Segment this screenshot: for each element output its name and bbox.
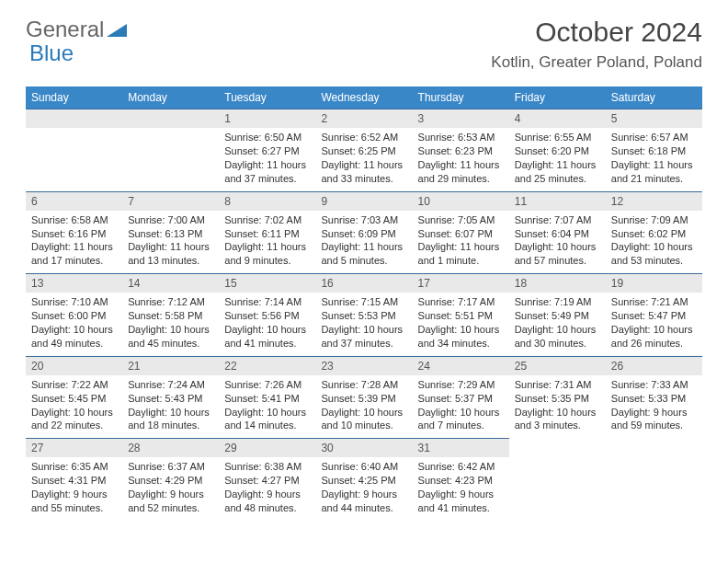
day-cell: 4Sunrise: 6:55 AMSunset: 6:20 PMDaylight…: [509, 109, 606, 191]
day-body: Sunrise: 7:07 AMSunset: 6:04 PMDaylight:…: [509, 211, 606, 273]
sunrise-text: Sunrise: 6:53 AM: [418, 131, 504, 144]
day-body: Sunrise: 7:09 AMSunset: 6:02 PMDaylight:…: [606, 211, 702, 273]
day-number: 31: [413, 439, 509, 457]
day-body: Sunrise: 7:17 AMSunset: 5:51 PMDaylight:…: [413, 293, 509, 355]
sunset-text: Sunset: 5:43 PM: [128, 392, 213, 406]
sunrise-text: Sunrise: 7:15 AM: [321, 295, 406, 309]
day-body: Sunrise: 7:12 AMSunset: 5:58 PMDaylight:…: [122, 293, 219, 355]
sunset-text: Sunset: 5:53 PM: [321, 309, 406, 323]
day-body: Sunrise: 6:38 AMSunset: 4:27 PMDaylight:…: [219, 457, 315, 520]
day-number: 30: [315, 439, 412, 457]
daylight-text: Daylight: 10 hours and 14 minutes.: [224, 406, 310, 433]
day-cell: 25Sunrise: 7:31 AMSunset: 5:35 PMDayligh…: [509, 356, 606, 439]
day-number: 27: [26, 439, 122, 457]
logo-text-2: Blue: [29, 40, 74, 66]
sunset-text: Sunset: 6:23 PM: [418, 144, 504, 158]
day-number: 6: [26, 192, 122, 211]
sunrise-text: Sunrise: 7:02 AM: [224, 213, 310, 227]
day-number: 11: [509, 192, 606, 211]
day-number: 9: [315, 192, 412, 211]
sunset-text: Sunset: 5:56 PM: [224, 309, 310, 323]
sunrise-text: Sunrise: 7:00 AM: [128, 213, 213, 227]
day-cell: 5Sunrise: 6:57 AMSunset: 6:18 PMDaylight…: [606, 109, 702, 191]
day-body: Sunrise: 6:40 AMSunset: 4:25 PMDaylight:…: [315, 457, 412, 520]
sunrise-text: Sunrise: 6:35 AM: [31, 460, 117, 474]
sunset-text: Sunset: 5:51 PM: [418, 309, 504, 323]
sunset-text: Sunset: 5:58 PM: [128, 309, 213, 323]
sunset-text: Sunset: 4:29 PM: [128, 474, 213, 488]
daylight-text: Daylight: 10 hours and 34 minutes.: [418, 323, 504, 350]
sunset-text: Sunset: 4:25 PM: [321, 474, 406, 488]
sunrise-text: Sunrise: 6:42 AM: [418, 460, 504, 474]
day-body: Sunrise: 7:22 AMSunset: 5:45 PMDaylight:…: [26, 375, 122, 438]
week-row: 20Sunrise: 7:22 AMSunset: 5:45 PMDayligh…: [26, 356, 702, 439]
daylight-text: Daylight: 9 hours and 59 minutes.: [611, 406, 697, 433]
dow-header-monday: Monday: [122, 86, 219, 109]
day-cell: 12Sunrise: 7:09 AMSunset: 6:02 PMDayligh…: [606, 191, 702, 274]
sunrise-text: Sunrise: 6:37 AM: [128, 460, 213, 474]
day-cell: 28Sunrise: 6:37 AMSunset: 4:29 PMDayligh…: [122, 438, 219, 521]
day-body: Sunrise: 6:52 AMSunset: 6:25 PMDaylight:…: [315, 128, 412, 190]
day-body: Sunrise: 7:02 AMSunset: 6:11 PMDaylight:…: [219, 211, 315, 273]
sunrise-text: Sunrise: 7:17 AM: [418, 295, 504, 309]
day-number: 25: [509, 357, 606, 375]
location: Kotlin, Greater Poland, Poland: [491, 53, 702, 72]
sunset-text: Sunset: 6:25 PM: [321, 144, 406, 158]
day-number: 8: [219, 192, 315, 211]
day-body: Sunrise: 6:50 AMSunset: 6:27 PMDaylight:…: [219, 128, 315, 190]
sunset-text: Sunset: 6:20 PM: [515, 144, 600, 158]
day-body: Sunrise: 7:29 AMSunset: 5:37 PMDaylight:…: [413, 375, 509, 438]
day-number: 13: [26, 274, 122, 293]
dow-header-thursday: Thursday: [413, 86, 509, 109]
day-number: 20: [26, 357, 122, 375]
logo-text-1: General: [26, 17, 104, 42]
dow-header-sunday: Sunday: [26, 86, 122, 109]
sunset-text: Sunset: 6:09 PM: [321, 227, 406, 241]
day-body: Sunrise: 7:03 AMSunset: 6:09 PMDaylight:…: [315, 211, 412, 273]
sunrise-text: Sunrise: 7:24 AM: [128, 378, 213, 392]
sunset-text: Sunset: 5:39 PM: [321, 392, 406, 406]
day-cell: 10Sunrise: 7:05 AMSunset: 6:07 PMDayligh…: [413, 191, 509, 274]
sunset-text: Sunset: 6:18 PM: [611, 144, 697, 158]
day-body: Sunrise: 7:28 AMSunset: 5:39 PMDaylight:…: [315, 375, 412, 438]
day-cell: 20Sunrise: 7:22 AMSunset: 5:45 PMDayligh…: [26, 356, 122, 439]
sunrise-text: Sunrise: 7:05 AM: [418, 213, 504, 227]
sunset-text: Sunset: 5:33 PM: [611, 392, 697, 406]
day-cell: [606, 438, 702, 521]
daylight-text: Daylight: 10 hours and 26 minutes.: [611, 323, 697, 350]
dow-header-tuesday: Tuesday: [219, 86, 315, 109]
daylight-text: Daylight: 11 hours and 5 minutes.: [321, 240, 406, 268]
day-number: [26, 109, 122, 128]
sunrise-text: Sunrise: 6:55 AM: [515, 131, 600, 144]
sunrise-text: Sunrise: 7:26 AM: [224, 378, 310, 392]
day-number: 24: [413, 357, 509, 375]
day-cell: 29Sunrise: 6:38 AMSunset: 4:27 PMDayligh…: [219, 438, 315, 521]
daylight-text: Daylight: 9 hours and 44 minutes.: [321, 488, 406, 515]
day-cell: 6Sunrise: 6:58 AMSunset: 6:16 PMDaylight…: [26, 191, 122, 274]
day-number: [122, 109, 219, 128]
day-number: 15: [219, 274, 315, 293]
day-cell: 18Sunrise: 7:19 AMSunset: 5:49 PMDayligh…: [509, 273, 606, 356]
daylight-text: Daylight: 11 hours and 33 minutes.: [321, 158, 406, 186]
day-cell: 30Sunrise: 6:40 AMSunset: 4:25 PMDayligh…: [315, 438, 412, 521]
daylight-text: Daylight: 10 hours and 41 minutes.: [224, 323, 310, 350]
daylight-text: Daylight: 9 hours and 55 minutes.: [31, 488, 117, 515]
day-number: 21: [122, 357, 219, 375]
title-block: October 2024 Kotlin, Greater Poland, Pol…: [491, 17, 702, 72]
svg-marker-0: [107, 24, 127, 37]
logo-triangle-icon: [107, 17, 127, 42]
daylight-text: Daylight: 10 hours and 22 minutes.: [31, 406, 117, 433]
day-cell: 8Sunrise: 7:02 AMSunset: 6:11 PMDaylight…: [219, 191, 315, 274]
day-number: 18: [509, 274, 606, 293]
day-number: 22: [219, 357, 315, 375]
day-number: 1: [219, 109, 315, 128]
sunset-text: Sunset: 5:49 PM: [515, 309, 600, 323]
dow-header-wednesday: Wednesday: [315, 86, 412, 109]
day-body: Sunrise: 7:33 AMSunset: 5:33 PMDaylight:…: [606, 375, 702, 438]
daylight-text: Daylight: 9 hours and 41 minutes.: [418, 488, 504, 515]
sunrise-text: Sunrise: 6:52 AM: [321, 131, 406, 144]
day-body: Sunrise: 7:24 AMSunset: 5:43 PMDaylight:…: [122, 375, 219, 438]
day-number: 10: [413, 192, 509, 211]
day-cell: [122, 109, 219, 191]
day-body: Sunrise: 7:21 AMSunset: 5:47 PMDaylight:…: [606, 293, 702, 355]
